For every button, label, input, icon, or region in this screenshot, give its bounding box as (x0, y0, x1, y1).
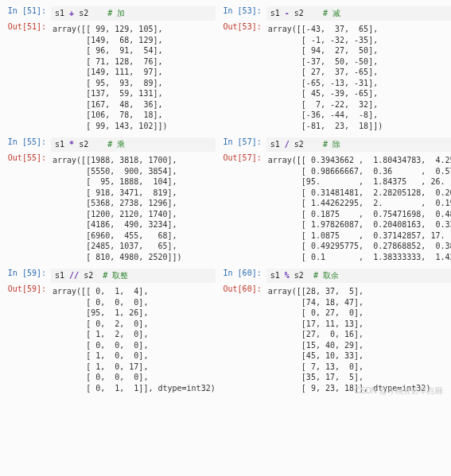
cell-51: In [51]: s1 + s2 # 加 Out[51]: array([[ 9… (6, 6, 216, 133)
operator: + (69, 9, 74, 17)
code-input[interactable]: s1 + s2 # 加 (51, 6, 216, 21)
code-comment: # 取整 (103, 271, 128, 280)
code-input[interactable]: s1 % s2 # 取余 (266, 269, 451, 283)
cell-output: array([[ 0.3943662 , 1.80434783, 4.25 ],… (266, 153, 451, 264)
operator: / (285, 140, 290, 149)
code-var: s1 (55, 9, 64, 17)
out-prompt: Out[53]: (222, 22, 266, 31)
code-comment: # 取余 (313, 271, 339, 280)
code-var: s2 (294, 9, 304, 17)
cell-59: In [59]: s1 // s2 # 取整 Out[59]: array([[… (6, 269, 216, 395)
operator: - (285, 9, 290, 17)
in-prompt: In [57]: (222, 137, 266, 146)
cell-60: In [60]: s1 % s2 # 取余 Out[60]: array([[2… (222, 269, 451, 395)
code-input[interactable]: s1 * s2 # 乘 (51, 137, 216, 152)
out-prompt: Out[60]: (222, 284, 266, 293)
in-prompt: In [55]: (6, 137, 51, 146)
in-prompt: In [53]: (222, 6, 266, 15)
cell-57: In [57]: s1 / s2 # 除 Out[57]: array([[ 0… (222, 137, 451, 264)
code-var: s1 (55, 140, 64, 149)
code-var: s1 (55, 271, 64, 280)
notebook-grid: In [51]: s1 + s2 # 加 Out[51]: array([[ 9… (6, 6, 445, 395)
out-prompt: Out[55]: (6, 153, 51, 162)
watermark-text: CSDN @今晚务必早点睡 (355, 385, 443, 397)
cell-output: array([[28, 37, 5], [74, 18, 47], [ 0, 2… (266, 284, 451, 395)
cell-55: In [55]: s1 * s2 # 乘 Out[55]: array([[19… (6, 137, 216, 264)
code-comment: # 除 (323, 140, 340, 149)
code-var: s2 (79, 9, 88, 17)
code-input[interactable]: s1 - s2 # 减 (266, 6, 451, 21)
code-var: s1 (270, 271, 280, 280)
cell-output: array([[1988, 3818, 1700], [5550, 900, 3… (51, 153, 216, 264)
in-prompt: In [60]: (222, 269, 266, 277)
cell-53: In [53]: s1 - s2 # 减 Out[53]: array([[-4… (222, 6, 451, 133)
cell-output: array([[ 0, 1, 4], [ 0, 0, 0], [95, 1, 2… (51, 284, 216, 395)
in-prompt: In [51]: (6, 6, 51, 15)
out-prompt: Out[59]: (6, 284, 51, 293)
code-var: s2 (84, 271, 93, 280)
operator: % (285, 271, 290, 280)
code-input[interactable]: s1 // s2 # 取整 (51, 269, 216, 283)
in-prompt: In [59]: (6, 269, 51, 277)
code-var: s2 (79, 140, 88, 149)
operator: // (69, 271, 79, 280)
cell-output: array([[-43, 37, 65], [ -1, -32, -35], [… (266, 22, 451, 133)
code-var: s1 (270, 140, 280, 149)
code-input[interactable]: s1 / s2 # 除 (266, 137, 451, 152)
code-comment: # 乘 (107, 140, 125, 149)
code-var: s1 (270, 9, 280, 17)
code-var: s2 (294, 271, 304, 280)
cell-output: array([[ 99, 129, 105], [149, 68, 129], … (51, 22, 216, 133)
code-comment: # 减 (323, 9, 340, 17)
out-prompt: Out[51]: (6, 22, 51, 31)
out-prompt: Out[57]: (222, 153, 266, 162)
operator: * (69, 140, 74, 149)
code-comment: # 加 (107, 9, 125, 17)
code-var: s2 (294, 140, 304, 149)
